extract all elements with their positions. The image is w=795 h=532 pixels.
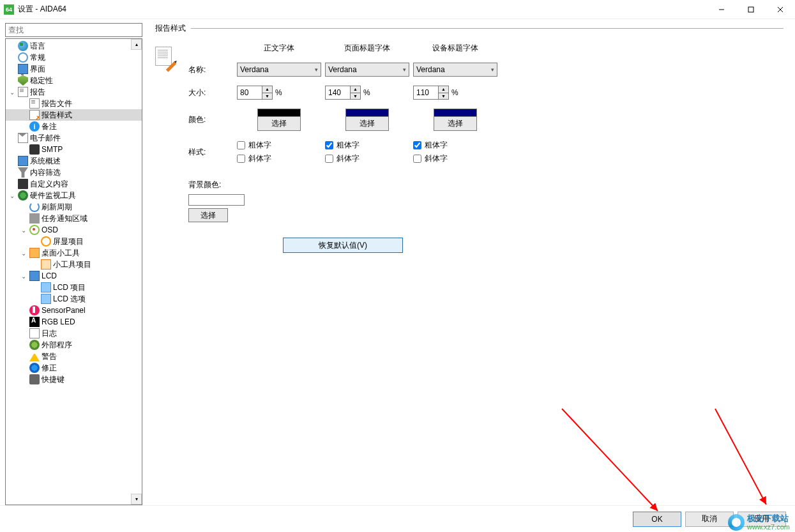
italic-checkbox-2[interactable]: 斜体字	[413, 153, 497, 164]
italic-checkbox-1[interactable]: 斜体字	[325, 153, 409, 164]
spin-up-icon[interactable]: ▲	[439, 86, 448, 93]
italic-checkbox-0[interactable]: 斜体字	[237, 153, 321, 164]
bold-checkbox-1[interactable]: 粗体字	[325, 140, 409, 151]
globe-icon	[18, 41, 28, 51]
svg-rect-1	[748, 7, 753, 12]
choose-color-button-1[interactable]: 选择	[345, 117, 389, 131]
row-label-style: 样式:	[188, 147, 233, 158]
expander-icon[interactable]: ⌄	[20, 273, 27, 280]
gear-icon	[18, 52, 28, 63]
tree-item-10[interactable]: 系统概述	[6, 155, 142, 167]
tree-item-label: LCD 选项	[53, 294, 86, 305]
tree-item-18[interactable]: ⌄桌面小工具	[6, 247, 142, 259]
expander-icon[interactable]: ⌄	[20, 227, 27, 234]
spin-up-icon[interactable]: ▲	[262, 86, 272, 93]
mail-icon	[18, 133, 28, 143]
tree-item-label: 报告样式	[42, 110, 72, 121]
spin-down-icon[interactable]: ▼	[351, 93, 360, 100]
tree-item-label: 任务通知区域	[42, 213, 87, 224]
tree-item-label: LCD	[42, 271, 57, 280]
report-icon	[18, 87, 28, 97]
row-label-name: 名称:	[188, 65, 233, 75]
font-size-spinner-2[interactable]: ▲▼	[413, 86, 449, 100]
tree-item-0[interactable]: 语言	[6, 40, 142, 52]
refresh-icon	[29, 202, 40, 212]
tree-item-label: 报告文件	[42, 98, 72, 109]
tree-item-24[interactable]: RGB LED	[6, 316, 142, 328]
font-size-spinner-1[interactable]: ▲▼	[325, 86, 361, 100]
expander-icon[interactable]: ⌄	[8, 89, 16, 96]
background-color-section: 背景颜色: 选择	[188, 179, 497, 222]
bold-checkbox-2[interactable]: 粗体字	[413, 140, 497, 151]
cancel-button[interactable]: 取消	[685, 512, 734, 527]
tree-item-28[interactable]: 修正	[6, 362, 142, 374]
scroll-up-button[interactable]: ▴	[131, 39, 142, 50]
tree-item-17[interactable]: 屏显项目	[6, 236, 142, 247]
tree-item-9[interactable]: SMTP	[6, 144, 142, 155]
bold-checkbox-0[interactable]: 粗体字	[237, 140, 321, 151]
gadget-item-icon	[41, 259, 51, 270]
lcd-item-icon	[41, 282, 51, 293]
sensor-icon	[29, 305, 40, 315]
tree-item-2[interactable]: 界面	[6, 63, 142, 75]
tree-item-22[interactable]: LCD 选项	[6, 293, 142, 305]
tree-item-25[interactable]: 日志	[6, 328, 142, 339]
font-size-spinner-0[interactable]: ▲▼	[237, 86, 273, 100]
tree-item-14[interactable]: 刷新周期	[6, 201, 142, 213]
maximize-button[interactable]	[736, 0, 766, 19]
tree-item-15[interactable]: 任务通知区域	[6, 213, 142, 224]
font-name-combo-2[interactable]: Verdana▾	[413, 63, 497, 77]
shield-icon	[18, 75, 28, 86]
scroll-down-button[interactable]: ▾	[131, 494, 142, 505]
settings-tree[interactable]: 语言常规界面稳定性⌄报告报告文件报告样式i备注电子邮件SMTP系统概述内容筛选自…	[6, 39, 142, 386]
tree-item-27[interactable]: 警告	[6, 351, 142, 362]
tree-item-13[interactable]: ⌄硬件监视工具	[6, 190, 142, 201]
tree-item-29[interactable]: 快捷键	[6, 374, 142, 385]
key-icon	[29, 374, 40, 384]
tree-item-label: SMTP	[42, 145, 63, 154]
expander-icon[interactable]: ⌄	[8, 192, 16, 199]
section-title: 报告样式	[155, 23, 186, 34]
choose-color-button-0[interactable]: 选择	[257, 117, 301, 131]
tree-item-label: 系统概述	[30, 156, 61, 167]
minimize-button[interactable]	[707, 0, 736, 19]
bg-choose-button[interactable]: 选择	[188, 208, 228, 222]
tree-item-20[interactable]: ⌄LCD	[6, 270, 142, 282]
tree-item-6[interactable]: 报告样式	[6, 109, 142, 121]
tree-item-8[interactable]: 电子邮件	[6, 132, 142, 144]
tree-item-3[interactable]: 稳定性	[6, 75, 142, 86]
choose-color-button-2[interactable]: 选择	[434, 117, 477, 131]
chevron-down-icon: ▾	[403, 66, 406, 73]
spin-down-icon[interactable]: ▼	[439, 93, 448, 100]
spin-up-icon[interactable]: ▲	[351, 86, 360, 93]
tree-item-4[interactable]: ⌄报告	[6, 86, 142, 98]
tree-item-7[interactable]: i备注	[6, 121, 142, 132]
spin-down-icon[interactable]: ▼	[262, 93, 272, 100]
tree-item-12[interactable]: 自定义内容	[6, 178, 142, 190]
tree-item-23[interactable]: SensorPanel	[6, 305, 142, 316]
sidebar: 语言常规界面稳定性⌄报告报告文件报告样式i备注电子邮件SMTP系统概述内容筛选自…	[5, 23, 142, 505]
expander-icon[interactable]: ⌄	[20, 250, 27, 257]
tree-item-19[interactable]: 小工具项目	[6, 259, 142, 270]
tree-item-1[interactable]: 常规	[6, 52, 142, 63]
tree-item-16[interactable]: ⌄OSD	[6, 224, 142, 236]
tree-item-label: 报告	[30, 87, 45, 98]
tree-container: 语言常规界面稳定性⌄报告报告文件报告样式i备注电子邮件SMTP系统概述内容筛选自…	[5, 38, 142, 505]
close-button[interactable]	[766, 0, 795, 19]
tree-item-label: OSD	[42, 225, 58, 234]
font-name-combo-0[interactable]: Verdana▾	[237, 63, 321, 77]
tree-item-label: 备注	[42, 121, 57, 132]
tree-item-21[interactable]: LCD 项目	[6, 282, 142, 293]
tree-item-26[interactable]: 外部程序	[6, 339, 142, 351]
restore-defaults-button[interactable]: 恢复默认值(V)	[283, 238, 403, 253]
search-input[interactable]	[5, 23, 142, 37]
tree-item-label: 内容筛选	[30, 167, 61, 178]
font-name-combo-1[interactable]: Verdana▾	[325, 63, 409, 77]
tree-item-label: 屏显项目	[53, 236, 84, 247]
tree-item-label: 警告	[42, 351, 57, 362]
ok-button[interactable]: OK	[633, 512, 681, 527]
dialog-footer: OK 取消 应用	[0, 505, 795, 532]
tree-item-5[interactable]: 报告文件	[6, 98, 142, 109]
fix-icon	[29, 363, 40, 373]
tree-item-11[interactable]: 内容筛选	[6, 167, 142, 178]
